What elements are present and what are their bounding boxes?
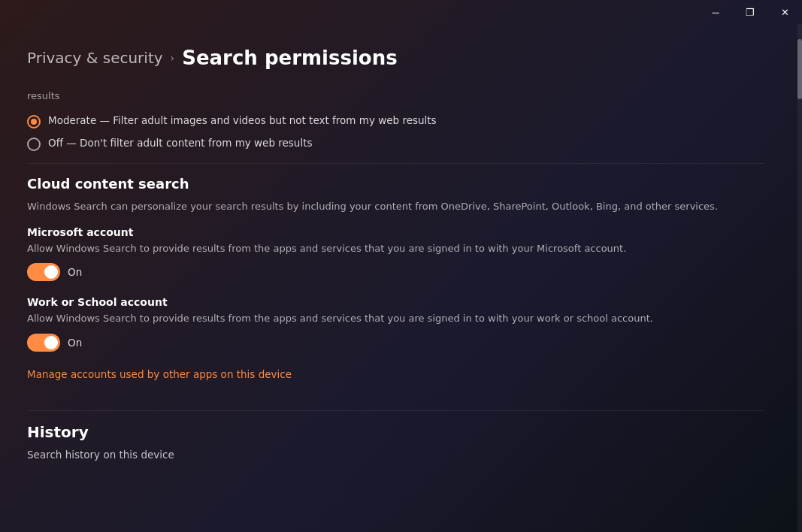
microsoft-account-section: Microsoft account Allow Windows Search t… xyxy=(27,226,764,282)
breadcrumb-privacy-link[interactable]: Privacy & security xyxy=(27,49,163,67)
off-radio[interactable] xyxy=(27,138,41,151)
work-account-title: Work or School account xyxy=(27,296,764,308)
breadcrumb: Privacy & security › Search permissions xyxy=(27,47,764,69)
divider-2 xyxy=(27,410,764,411)
work-account-toggle[interactable] xyxy=(27,334,60,352)
microsoft-account-title: Microsoft account xyxy=(27,226,764,238)
close-button[interactable]: ✕ xyxy=(767,0,802,24)
results-label: results xyxy=(27,90,60,101)
work-toggle-label: On xyxy=(68,337,82,349)
moderate-option[interactable]: Moderate — Filter adult images and video… xyxy=(27,113,764,128)
results-label-row: results xyxy=(27,90,764,106)
microsoft-toggle-row: On xyxy=(27,263,764,281)
cloud-section-description: Windows Search can personalize your sear… xyxy=(27,199,764,214)
manage-accounts-link[interactable]: Manage accounts used by other apps on th… xyxy=(27,368,292,380)
cloud-content-section: Cloud content search Windows Search can … xyxy=(27,176,764,214)
chevron-icon: › xyxy=(171,52,175,64)
main-content: Privacy & security › Search permissions … xyxy=(0,24,802,532)
microsoft-account-description: Allow Windows Search to provide results … xyxy=(27,241,764,256)
history-title: History xyxy=(27,423,764,441)
work-account-section: Work or School account Allow Windows Sea… xyxy=(27,296,764,352)
divider-1 xyxy=(27,163,764,164)
restore-button[interactable]: ❐ xyxy=(733,0,767,24)
cloud-section-title: Cloud content search xyxy=(27,176,764,192)
work-account-description: Allow Windows Search to provide results … xyxy=(27,311,764,326)
microsoft-account-toggle[interactable] xyxy=(27,263,60,281)
microsoft-toggle-label: On xyxy=(68,266,82,278)
minimize-button[interactable]: ─ xyxy=(698,0,733,24)
title-bar: ─ ❐ ✕ xyxy=(0,0,802,24)
work-toggle-row: On xyxy=(27,334,764,352)
moderate-label: Moderate — Filter adult images and video… xyxy=(48,113,437,128)
content-area: Privacy & security › Search permissions … xyxy=(0,24,802,532)
history-description: Search history on this device xyxy=(27,449,764,461)
off-option[interactable]: Off — Don't filter adult content from my… xyxy=(27,136,764,151)
page-title: Search permissions xyxy=(182,47,397,69)
history-section: History Search history on this device xyxy=(27,423,764,461)
moderate-radio[interactable] xyxy=(27,115,41,128)
off-label: Off — Don't filter adult content from my… xyxy=(48,136,313,150)
